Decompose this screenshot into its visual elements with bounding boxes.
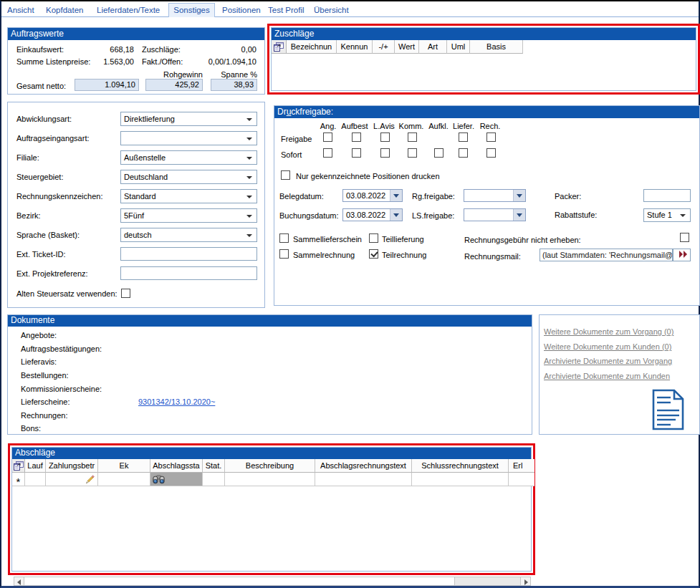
rechnungsmail-expand-button[interactable] xyxy=(673,249,691,261)
tab-positionen[interactable]: Positionen xyxy=(222,4,261,16)
zuschlaege-col-vorzeichen[interactable]: -/+ xyxy=(373,40,395,54)
tab-kopfdaten[interactable]: Kopfdaten xyxy=(46,4,83,16)
freigabe-rech-checkbox[interactable] xyxy=(486,132,496,142)
abschlaege-col-schlussrechnungstext[interactable]: Schlussrechnungstext xyxy=(412,459,509,473)
abschlaege-col-beschreibung[interactable]: Beschreibung xyxy=(225,459,315,473)
zuschlaege-col-basis[interactable]: Basis xyxy=(470,40,523,54)
alter-steuersatz-label: Alten Steuersatz verwenden: xyxy=(16,289,118,299)
sofort-rech-checkbox[interactable] xyxy=(486,148,496,158)
freigabe-ang-checkbox[interactable] xyxy=(323,132,332,142)
horizontal-scrollbar[interactable] xyxy=(14,577,531,586)
tabstrip-baseline xyxy=(1,16,699,17)
ext-ticket-id-input[interactable] xyxy=(120,247,257,261)
steuergebiet-label: Steuergebiet: xyxy=(16,173,63,182)
alter-steuersatz-checkbox[interactable] xyxy=(121,289,130,298)
sofort-komm-checkbox[interactable] xyxy=(408,148,417,158)
weitere-dokumente-kunden-link[interactable]: Weitere Dokumente zum Kunden (0) xyxy=(544,342,671,351)
abschlaege-col-stat[interactable]: Stat. xyxy=(203,459,225,473)
rechnungsgebuehr-checkbox[interactable] xyxy=(680,233,689,242)
zuschlaege-col-wert[interactable]: Wert xyxy=(395,40,419,54)
tab-ansicht[interactable]: Ansicht xyxy=(7,4,34,16)
tab-uebersicht[interactable]: Übersicht xyxy=(314,4,349,16)
abschlaege-panel: Abschläge Lauf Zahlungsbetr Ek xyxy=(11,447,532,572)
steuergebiet-value: Deutschland xyxy=(121,170,256,183)
belegdatum-combo[interactable]: 03.08.2022 xyxy=(342,189,403,202)
sofort-liefer-checkbox[interactable] xyxy=(459,148,468,158)
scrollbar-thumb[interactable] xyxy=(454,577,521,586)
sprache-basket-combo[interactable]: deutsch xyxy=(120,228,257,242)
lauf-cell[interactable] xyxy=(25,473,46,486)
order-options-panel: Abwicklungsart: Direktlieferung Auftrags… xyxy=(7,102,265,308)
ls-freigabe-label: LS.freigabe: xyxy=(412,211,454,221)
freigabe-lavis-checkbox[interactable] xyxy=(380,132,390,142)
rechnungsmail-label: Rechnungsmail: xyxy=(464,252,521,261)
tab-lieferdaten-texte[interactable]: Lieferdaten/Texte xyxy=(97,4,160,16)
freigabe-komm-checkbox[interactable] xyxy=(408,132,417,142)
scroll-left-button[interactable] xyxy=(14,577,24,586)
lieferavis-label: Lieferavis: xyxy=(21,357,57,367)
sammelrechnung-checkbox[interactable] xyxy=(279,249,289,259)
ls-freigabe-combo[interactable] xyxy=(464,208,526,221)
freigabe-liefer-checkbox[interactable] xyxy=(459,132,468,142)
scroll-right-button[interactable] xyxy=(520,577,531,586)
abschlaege-col-abschlagsrechnungstext[interactable]: Abschlagsrechnungstext xyxy=(315,459,412,473)
archivierte-dokumente-kunden-link[interactable]: Archivierte Dokumente zum Kunden xyxy=(544,372,670,380)
sofort-aufkl-checkbox[interactable] xyxy=(434,148,444,158)
dokumente-header: Dokumente xyxy=(8,315,532,327)
abschlaege-col-abschlagsstatus[interactable]: Abschlagssta xyxy=(150,459,203,473)
rg-freigabe-combo[interactable] xyxy=(464,189,526,202)
abwicklungsart-value: Direktlieferung xyxy=(121,112,256,125)
zahlungsbetrag-cell[interactable] xyxy=(46,473,98,486)
abschlaege-col-erl[interactable]: Erl xyxy=(509,459,534,473)
rechnungsmail-input[interactable]: (laut Stammdaten: 'Rechnungsmail@ xyxy=(540,249,673,261)
abwicklungsart-combo[interactable]: Direktlieferung xyxy=(120,112,257,126)
tab-test-profil[interactable]: Test Profil xyxy=(268,4,305,16)
ek-cell[interactable] xyxy=(98,473,150,486)
abschlaege-col-ek[interactable]: Ek xyxy=(98,459,150,473)
weitere-dokumente-vorgang-link[interactable]: Weitere Dokumente zum Vorgang (0) xyxy=(544,327,673,336)
zuschlaege-col-uml[interactable]: Uml xyxy=(447,40,470,54)
field-chooser-button[interactable] xyxy=(272,40,287,54)
nur-gekennzeichnete-checkbox[interactable] xyxy=(281,170,290,180)
packer-input[interactable] xyxy=(643,189,691,202)
zuschlaege-col-kennung[interactable]: Kennun xyxy=(337,40,373,54)
sofort-ang-checkbox[interactable] xyxy=(323,148,332,158)
tab-sonstiges-selected[interactable]: Sonstiges xyxy=(168,3,215,17)
abschlagsstatus-cell[interactable] xyxy=(150,473,203,486)
filiale-combo[interactable]: Außenstelle xyxy=(120,150,257,165)
teilrechnung-label: Teilrechnung xyxy=(382,251,426,260)
zuschlaege-col-art[interactable]: Art xyxy=(419,40,447,54)
rabattstufe-combo[interactable]: Stufe 1 xyxy=(643,208,691,222)
abschlaege-new-row[interactable]: * xyxy=(12,473,534,486)
print-col-aufbest: Aufbest xyxy=(340,122,369,131)
erl-cell[interactable] xyxy=(509,473,534,486)
abschlagsrechnungstext-cell[interactable] xyxy=(315,473,412,486)
nur-gekennzeichnete-label: Nur gekennzeichnete Positionen drucken xyxy=(296,172,440,181)
beschreibung-cell[interactable] xyxy=(225,473,315,486)
steuergebiet-combo[interactable]: Deutschland xyxy=(120,170,257,184)
field-chooser-button[interactable] xyxy=(12,459,25,473)
stat-cell[interactable] xyxy=(203,473,225,486)
teilrechnung-checkbox[interactable] xyxy=(369,249,378,259)
archivierte-dokumente-vorgang-link[interactable]: Archivierte Dokumente zum Vorgang xyxy=(544,357,672,365)
ext-projektreferenz-input[interactable] xyxy=(120,266,257,280)
sofort-aufbest-checkbox[interactable] xyxy=(352,148,361,158)
lieferschein-document-link[interactable]: 9301342/13.10.2020~ xyxy=(138,397,215,406)
rechnungskennzeichen-combo[interactable]: Standard xyxy=(120,189,257,203)
teillieferung-checkbox[interactable] xyxy=(369,233,378,243)
buchungsdatum-combo[interactable]: 03.08.2022 xyxy=(342,208,403,221)
abschlaege-col-zahlungsbetrag[interactable]: Zahlungsbetr xyxy=(46,459,98,473)
schlussrechnungstext-cell[interactable] xyxy=(412,473,509,486)
zuschlaege-col-bezeichnung[interactable]: Bezeichnun xyxy=(287,40,337,54)
sammellieferschein-checkbox[interactable] xyxy=(279,233,289,243)
auftragseingangsart-combo[interactable] xyxy=(120,131,257,145)
gesamt-netto-label: Gesamt netto: xyxy=(16,82,66,91)
chevron-down-icon xyxy=(390,190,402,201)
belegdatum-label: Belegdatum: xyxy=(279,192,324,201)
sofort-lavis-checkbox[interactable] xyxy=(380,148,390,158)
abschlaege-col-lauf[interactable]: Lauf xyxy=(25,459,46,473)
chevron-down-icon xyxy=(246,138,252,143)
bezirk-combo[interactable]: 5Fünf xyxy=(120,208,257,223)
freigabe-aufbest-checkbox[interactable] xyxy=(352,132,361,142)
packer-label: Packer: xyxy=(555,192,581,201)
